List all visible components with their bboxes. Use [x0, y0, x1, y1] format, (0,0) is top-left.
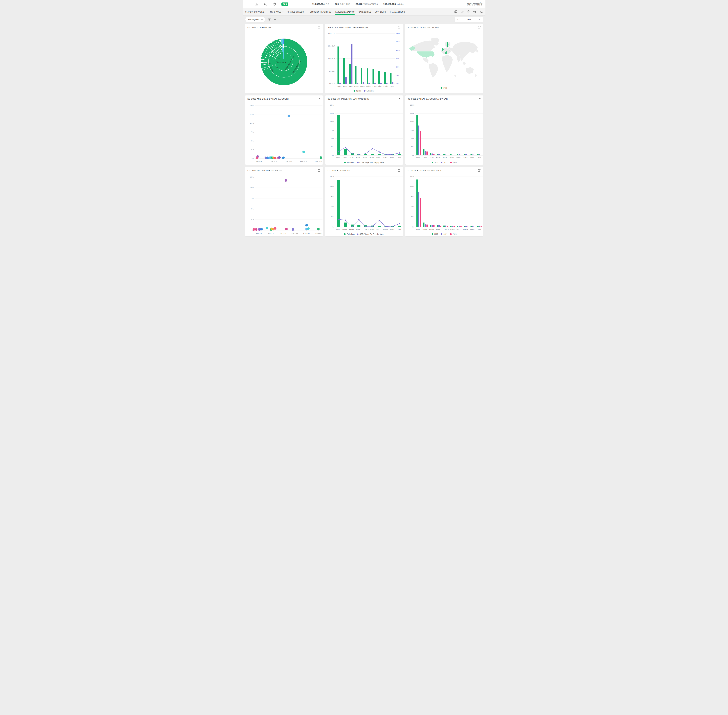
grouped-bar-chart: 150 kt125 kt100 kt75 kt50 kt25 kt0 ktBan…: [405, 103, 483, 164]
card-title: SPEND VS. KG CO2E BY LEAF CATEGORY: [328, 26, 368, 28]
favorite-button[interactable]: [473, 10, 477, 14]
add-filter-button[interactable]: [274, 18, 276, 21]
tab-shared-spaces[interactable]: SHARED SPACES: [288, 8, 306, 15]
svg-text:CHIN...: CHIN...: [477, 228, 482, 230]
filter-icon: [268, 18, 271, 21]
search-icon: [264, 3, 267, 6]
open-in-new-icon[interactable]: [398, 26, 400, 29]
svg-text:Hardw...: Hardw...: [370, 157, 375, 158]
dual-axis-bar-chart: 20 m EUR15 m EUR10 m EUR5 m EUR0 m EUR15…: [325, 31, 403, 93]
card-co2e-by-supplier: KG CO2E BY SUPPLIER 125 kt100 kt75 kt50 …: [325, 167, 403, 236]
svg-text:SWED...: SWED...: [335, 228, 341, 230]
tab-categories[interactable]: CATEGORIES: [358, 8, 371, 15]
chart-legend: 202220212020: [408, 232, 481, 236]
svg-text:QBRA...: QBRA...: [342, 228, 348, 230]
chart-legend: EmissionsCO2e Target For Supplier Value: [328, 232, 400, 236]
nav-actions: [454, 10, 483, 14]
svg-text:5 m EUR: 5 m EUR: [271, 161, 277, 163]
trash-icon: [467, 11, 470, 13]
open-in-new-icon[interactable]: [318, 97, 320, 100]
svg-text:25 kt: 25 kt: [411, 216, 414, 218]
category-selector[interactable]: All categories: [245, 17, 265, 22]
svg-text:125 kt: 125 kt: [250, 113, 254, 115]
previous-year-button[interactable]: ‹: [457, 18, 458, 21]
bar-line-chart: 150 kt125 kt100 kt75 kt50 kt25 kt0 ktBan…: [325, 103, 403, 164]
svg-text:50 kt: 50 kt: [411, 206, 414, 208]
svg-text:25 kt: 25 kt: [396, 74, 399, 76]
tab-suppliers[interactable]: SUPPLIERS: [375, 8, 386, 15]
chart-legend: 2022: [408, 86, 481, 90]
svg-text:KERR...: KERR...: [356, 228, 361, 230]
svg-text:IT an...: IT an...: [470, 157, 475, 158]
svg-text:25 kt: 25 kt: [411, 146, 414, 148]
open-in-new-icon[interactable]: [398, 97, 400, 100]
chart-legend: EmissionsCO2e Target for Category Value: [328, 160, 400, 164]
stat-spend-label: EUR: [326, 3, 329, 5]
top-bar-tools: EUR: [243, 0, 291, 8]
svg-text:Ban...: Ban...: [349, 85, 353, 87]
svg-text:100 kt: 100 kt: [250, 122, 254, 124]
stat-transactions-value: 29,178: [356, 3, 362, 5]
svg-text:Other ...: Other ...: [376, 157, 382, 158]
search-button[interactable]: [261, 0, 270, 8]
chart-legend: SpendEmissions: [328, 89, 400, 93]
stat-suppliers-value: 820: [335, 3, 339, 5]
svg-text:6 m EUR: 6 m EUR: [303, 232, 310, 234]
svg-text:METRO: METRO: [450, 228, 455, 230]
svg-text:PROD...: PROD...: [463, 228, 469, 230]
svg-text:Banki...: Banki...: [336, 157, 341, 158]
card-header: KG CO2E BY CATEGORY: [245, 24, 323, 31]
card-co2e-and-spend-by-supplier: KG CO2E AND SPEND BY SUPPLIER 125 kt100 …: [245, 167, 323, 236]
next-year-button[interactable]: ›: [479, 18, 480, 21]
open-in-new-icon[interactable]: [398, 169, 400, 172]
stat-co2e-label: kg CO₂e: [397, 3, 404, 5]
svg-text:METRO: METRO: [370, 228, 375, 230]
svg-text:10 m EUR: 10 m EUR: [300, 161, 307, 163]
svg-text:IT an...: IT an...: [390, 157, 395, 158]
svg-text:8 m EUR: 8 m EUR: [285, 161, 292, 163]
svg-text:Electr...: Electr...: [363, 157, 368, 158]
filter-button[interactable]: [268, 18, 271, 21]
copy-button[interactable]: [454, 10, 458, 14]
card-title: KG CO2E BY LEAF CATEGORY AND YEAR: [408, 98, 448, 100]
svg-text:3 m EUR: 3 m EUR: [256, 161, 263, 163]
stat-co2e-value: 193,183,053: [384, 3, 396, 5]
world-map-chart: 2022: [405, 31, 483, 93]
card-header: KG CO2E BY LEAF CATEGORY AND YEAR: [405, 95, 483, 103]
svg-text:125 kt: 125 kt: [410, 113, 414, 114]
tab-my-spaces[interactable]: MY SPACES: [270, 8, 284, 15]
svg-text:Man...: Man...: [343, 85, 347, 87]
open-in-new-icon[interactable]: [318, 169, 320, 172]
svg-text:13 m EUR: 13 m EUR: [315, 161, 322, 163]
theme-button[interactable]: [270, 0, 279, 8]
svg-text:0 kt: 0 kt: [251, 158, 254, 160]
tab-emission-reporting[interactable]: EMISSION REPORTING: [310, 8, 331, 15]
tab-emission-analysis[interactable]: EMISSION ANALYSIS: [335, 8, 355, 15]
svg-text:PROS...: PROS...: [429, 228, 435, 230]
add-to-home-button[interactable]: [479, 10, 483, 14]
svg-text:QUORA: QUORA: [362, 228, 369, 230]
svg-text:75 kt: 75 kt: [331, 196, 334, 198]
svg-text:50 kt: 50 kt: [251, 208, 254, 210]
open-in-new-icon[interactable]: [478, 169, 481, 172]
svg-text:100 kt: 100 kt: [410, 186, 414, 188]
delete-button[interactable]: [467, 10, 470, 14]
svg-text:SWED...: SWED...: [415, 228, 421, 230]
tab-transactions[interactable]: TRANSACTIONS: [390, 8, 405, 15]
card-title: KG CO2E VS. TARGET BY LEAF CATEGORY: [328, 98, 369, 100]
svg-text:7 m EUR: 7 m EUR: [315, 232, 322, 234]
tab-label: SUPPLIERS: [375, 11, 386, 13]
open-in-new-icon[interactable]: [478, 97, 481, 100]
tab-standard-spaces[interactable]: STANDARD SPACES: [245, 8, 266, 15]
stat-transactions-label: TRANSACTIONS: [363, 3, 378, 5]
open-in-new-icon[interactable]: [318, 26, 320, 29]
open-in-new-icon[interactable]: [478, 26, 481, 29]
category-selector-value: All categories: [248, 18, 260, 21]
menu-button[interactable]: [243, 0, 252, 8]
currency-badge[interactable]: EUR: [281, 3, 288, 6]
svg-text:Softw...: Softw...: [464, 157, 468, 158]
dashboard-page: EUR 113,823,254 EUR 820 SUPPLIERS 29,178…: [243, 0, 485, 239]
download-button[interactable]: [252, 0, 261, 8]
svg-text:0 kt: 0 kt: [396, 83, 399, 84]
edit-button[interactable]: [461, 10, 464, 14]
